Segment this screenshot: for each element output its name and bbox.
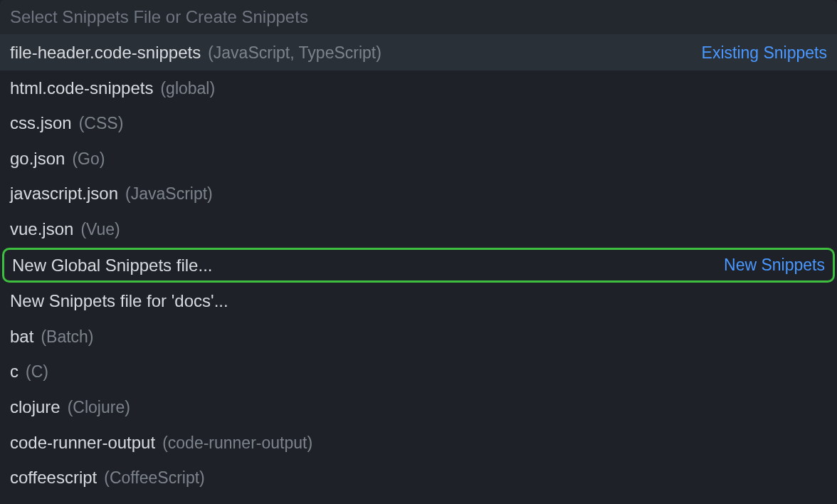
item-label: code-runner-output bbox=[10, 431, 155, 455]
item-label: go.json bbox=[10, 147, 65, 171]
list-item[interactable]: c (C) bbox=[0, 354, 837, 389]
snippet-list: file-header.code-snippets (JavaScript, T… bbox=[0, 35, 837, 504]
item-detail: (Batch) bbox=[41, 325, 93, 348]
item-label: javascript.json bbox=[10, 182, 118, 206]
item-detail: (global) bbox=[160, 77, 215, 100]
group-label-new: New Snippets bbox=[724, 253, 825, 276]
list-item[interactable]: file-header.code-snippets (JavaScript, T… bbox=[0, 35, 837, 70]
item-detail: (code-runner-output) bbox=[162, 431, 312, 454]
list-item[interactable]: go.json (Go) bbox=[0, 141, 837, 177]
list-item[interactable]: javascript.json (JavaScript) bbox=[0, 176, 837, 211]
item-detail: (Go) bbox=[72, 147, 105, 170]
quickpick-container: file-header.code-snippets (JavaScript, T… bbox=[0, 0, 837, 504]
list-item[interactable]: cpp (C++) bbox=[0, 495, 837, 504]
item-label: bat bbox=[10, 325, 33, 349]
item-label: New Global Snippets file... bbox=[12, 253, 212, 278]
list-item[interactable]: code-runner-output (code-runner-output) bbox=[0, 425, 837, 461]
list-item[interactable]: New Snippets file for 'docs'... bbox=[0, 283, 837, 319]
item-detail: (CoffeeScript) bbox=[104, 466, 204, 489]
item-label: cpp bbox=[10, 501, 38, 504]
item-label: html.code-snippets bbox=[10, 76, 153, 100]
item-detail: (C) bbox=[26, 360, 48, 383]
input-wrap bbox=[0, 0, 837, 35]
item-label: coffeescript bbox=[10, 466, 97, 490]
item-detail: (Vue) bbox=[80, 218, 120, 241]
item-label: vue.json bbox=[10, 217, 73, 241]
item-label: file-header.code-snippets bbox=[10, 41, 201, 65]
item-label: css.json bbox=[10, 111, 72, 135]
list-item[interactable]: clojure (Clojure) bbox=[0, 389, 837, 425]
item-detail: (JavaScript) bbox=[125, 182, 213, 205]
item-label: New Snippets file for 'docs'... bbox=[10, 289, 228, 313]
list-item-new-global[interactable]: New Global Snippets file... New Snippets bbox=[2, 248, 835, 283]
group-label-existing: Existing Snippets bbox=[702, 41, 827, 64]
item-detail: (JavaScript, TypeScript) bbox=[208, 41, 381, 64]
item-detail: (Clojure) bbox=[68, 396, 130, 419]
list-item[interactable]: coffeescript (CoffeeScript) bbox=[0, 460, 837, 495]
search-input[interactable] bbox=[0, 0, 837, 34]
list-item[interactable]: html.code-snippets (global) bbox=[0, 70, 837, 106]
list-item[interactable]: css.json (CSS) bbox=[0, 105, 837, 141]
list-item[interactable]: bat (Batch) bbox=[0, 319, 837, 355]
item-detail: (CSS) bbox=[79, 112, 124, 135]
item-label: c bbox=[10, 359, 19, 384]
item-label: clojure bbox=[10, 395, 60, 419]
list-item[interactable]: vue.json (Vue) bbox=[0, 211, 837, 247]
